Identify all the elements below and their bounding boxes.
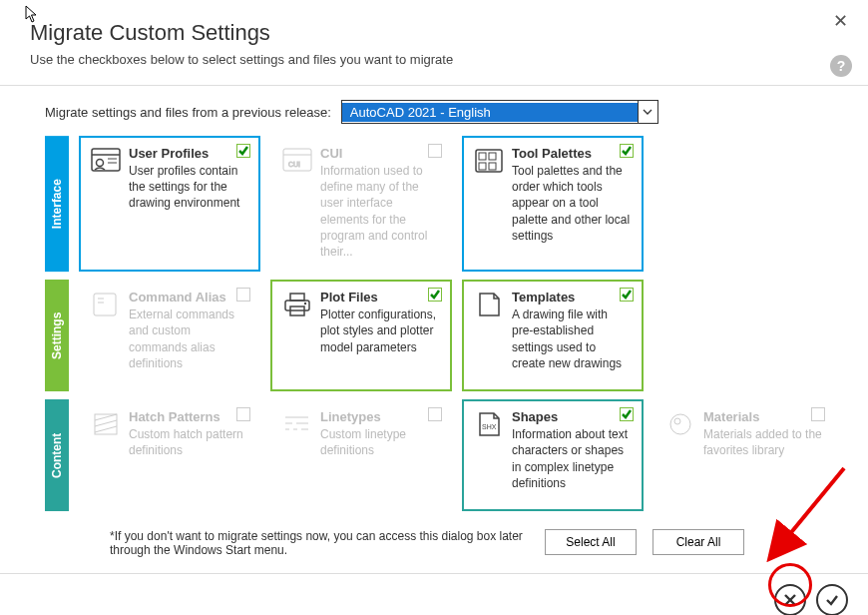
checkbox-linetypes[interactable]: [428, 407, 442, 421]
svg-point-41: [674, 418, 680, 424]
svg-line-28: [95, 420, 117, 426]
templates-icon: [474, 292, 504, 317]
card-title: CUI: [320, 146, 440, 161]
card-desc: Materials added to the favorites library: [703, 426, 823, 458]
svg-rect-21: [285, 301, 309, 310]
svg-rect-12: [489, 153, 496, 160]
card-hatch-patterns[interactable]: Hatch Patterns Custom hatch pattern defi…: [79, 399, 260, 511]
card-title: Linetypes: [320, 409, 440, 424]
sections: Interface User Profiles User profiles co…: [0, 136, 868, 511]
help-icon[interactable]: ?: [830, 55, 852, 77]
card-title: Materials: [703, 409, 823, 424]
svg-point-2: [97, 160, 104, 167]
card-desc: Information about text characters or sha…: [512, 426, 632, 491]
command-alias-icon: [91, 292, 121, 317]
checkbox-cui[interactable]: [428, 144, 442, 158]
card-desc: Information used to define many of the u…: [320, 163, 440, 260]
plot-files-icon: [282, 292, 312, 317]
section-tab-interface: Interface: [45, 136, 69, 272]
card-linetypes[interactable]: Linetypes Custom linetype definitions: [270, 399, 452, 511]
svg-point-23: [304, 303, 306, 305]
card-desc: Tool palettes and the order which tools …: [512, 163, 632, 244]
checkbox-hatch[interactable]: [236, 407, 250, 421]
tool-palettes-icon: [474, 148, 504, 174]
svg-rect-0: [92, 149, 120, 171]
svg-rect-14: [489, 163, 496, 170]
svg-text:CUI: CUI: [288, 161, 300, 168]
ok-button[interactable]: [816, 584, 848, 615]
chevron-down-icon: [638, 101, 657, 123]
page-title: Migrate Custom Settings: [30, 20, 838, 46]
card-desc: Custom linetype definitions: [320, 426, 440, 458]
card-materials[interactable]: Materials Materials added to the favorit…: [653, 399, 835, 511]
card-desc: A drawing file with pre-established sett…: [512, 307, 632, 371]
svg-rect-42: [812, 408, 825, 421]
materials-icon: [665, 411, 695, 437]
card-title: Shapes: [512, 409, 632, 424]
card-tool-palettes[interactable]: Tool Palettes Tool palettes and the orde…: [462, 136, 644, 272]
svg-rect-11: [479, 153, 486, 160]
checkbox-user-profiles[interactable]: [236, 144, 250, 158]
section-tab-settings: Settings: [45, 280, 69, 391]
card-templates[interactable]: Templates A drawing file with pre-establ…: [462, 280, 644, 391]
svg-point-40: [670, 414, 690, 434]
svg-rect-30: [237, 408, 250, 421]
checkbox-shapes[interactable]: [620, 407, 634, 421]
svg-rect-16: [94, 294, 116, 315]
shapes-icon: SHX: [474, 411, 504, 437]
release-selected: AutoCAD 2021 - English: [342, 103, 638, 122]
card-title: Command Alias: [129, 290, 248, 305]
linetypes-icon: [282, 411, 312, 437]
close-icon[interactable]: ✕: [833, 10, 848, 32]
cancel-button[interactable]: [774, 584, 806, 615]
svg-line-27: [95, 414, 117, 420]
card-user-profiles[interactable]: User Profiles User profiles contain the …: [79, 136, 260, 272]
checkbox-tool-palettes[interactable]: [620, 144, 634, 158]
card-desc: External commands and custom commands al…: [129, 307, 248, 371]
svg-text:SHX: SHX: [482, 423, 497, 430]
checkbox-templates[interactable]: [620, 288, 634, 302]
user-profiles-icon: [91, 148, 121, 174]
card-title: User Profiles: [129, 146, 248, 161]
page-subtitle: Use the checkboxes below to select setti…: [30, 52, 838, 67]
checkbox-materials[interactable]: [811, 407, 825, 421]
release-label: Migrate settings and files from a previo…: [45, 105, 331, 120]
card-cui[interactable]: CUI CUI Information used to define many …: [270, 136, 452, 272]
card-title: Plot Files: [320, 290, 440, 305]
checkbox-command-alias[interactable]: [236, 288, 250, 302]
card-desc: Plotter configurations, plot styles and …: [320, 307, 440, 355]
clear-all-button[interactable]: Clear All: [652, 529, 744, 555]
svg-rect-13: [479, 163, 486, 170]
select-all-button[interactable]: Select All: [545, 529, 637, 555]
card-plot-files[interactable]: Plot Files Plotter configurations, plot …: [270, 280, 452, 391]
cui-icon: CUI: [282, 148, 312, 174]
svg-rect-20: [290, 294, 304, 301]
hatch-icon: [91, 411, 121, 437]
card-command-alias[interactable]: Command Alias External commands and cust…: [79, 280, 260, 391]
card-title: Tool Palettes: [512, 146, 632, 161]
release-select[interactable]: AutoCAD 2021 - English: [341, 100, 658, 124]
svg-rect-19: [237, 289, 250, 302]
card-title: Templates: [512, 290, 632, 305]
card-desc: User profiles contain the settings for t…: [129, 163, 248, 212]
card-title: Hatch Patterns: [129, 409, 248, 424]
svg-line-29: [95, 426, 117, 432]
checkbox-plot-files[interactable]: [428, 288, 442, 302]
card-shapes[interactable]: SHX Shapes Information about text charac…: [462, 399, 644, 511]
svg-rect-9: [429, 145, 442, 158]
card-desc: Custom hatch pattern definitions: [129, 426, 248, 458]
svg-rect-37: [429, 408, 442, 421]
section-tab-content: Content: [45, 399, 69, 511]
footer-note: *If you don't want to migrate settings n…: [110, 529, 529, 557]
